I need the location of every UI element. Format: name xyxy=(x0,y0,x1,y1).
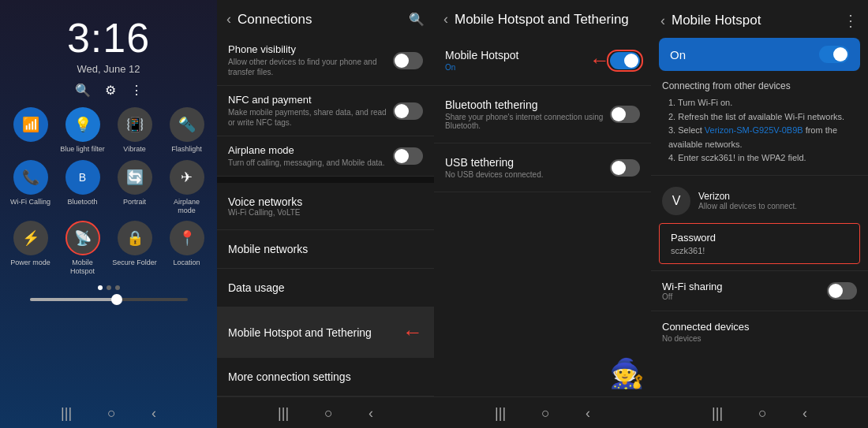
wifi-calling-icon: 📶 xyxy=(13,107,48,142)
panel-hotspot-detail: ‹ Mobile Hotspot ⋮ On Connecting from ot… xyxy=(651,0,868,428)
mobile-hotspot-status: On xyxy=(445,63,589,72)
mobile-hotspot-tethering-title: Mobile Hotspot and Tethering xyxy=(228,326,372,339)
mascot-character: 🧙 xyxy=(609,357,645,390)
quick-icon-portrait[interactable]: 🔄 Portrait xyxy=(112,160,158,215)
quick-icon-blue-light[interactable]: 💡 Blue light filter xyxy=(60,107,106,154)
data-usage-item[interactable]: Data usage xyxy=(217,269,434,307)
more-icon[interactable]: ⋮ xyxy=(130,83,143,98)
phone-visibility-title: Phone visibility xyxy=(228,43,393,55)
nav-home[interactable]: ○ xyxy=(541,405,550,422)
airplane-icon: ✈ xyxy=(170,160,204,195)
wifi-sharing-sub: Off xyxy=(662,292,827,301)
phone-visibility-sub: Allow other devices to find your phone a… xyxy=(228,57,393,77)
back-button[interactable]: ‹ xyxy=(226,11,231,28)
nav-home[interactable]: ○ xyxy=(324,405,333,422)
brightness-thumb xyxy=(111,294,122,305)
brightness-fill xyxy=(30,298,117,301)
quick-icon-flashlight[interactable]: 🔦 Flashlight xyxy=(164,107,210,154)
hotspot-instructions: Connecting from other devices 1. Turn Wi… xyxy=(651,71,868,172)
phone-visibility-toggle[interactable] xyxy=(393,52,423,69)
bluetooth-tethering-item[interactable]: Bluetooth tethering Share your phone's i… xyxy=(434,86,651,143)
wifi-sharing-item[interactable]: Wi-Fi sharing Off xyxy=(651,270,868,311)
nav-back[interactable]: ‹ xyxy=(369,405,373,422)
nfc-title: NFC and payment xyxy=(228,94,393,106)
quick-icon-bluetooth[interactable]: B Bluetooth xyxy=(60,160,106,215)
more-connection-settings-item[interactable]: More connection settings xyxy=(217,358,434,396)
airplane-mode-item[interactable]: Airplane mode Turn off calling, messagin… xyxy=(217,136,434,177)
step-4: 4. Enter sczk361! in the WPA2 field. xyxy=(668,151,857,166)
hotspot-on-label: On xyxy=(670,48,819,61)
wifi-sharing-toggle[interactable] xyxy=(827,282,857,300)
nav-recents[interactable]: ||| xyxy=(61,405,72,422)
mobile-networks-item[interactable]: Mobile networks xyxy=(217,230,434,269)
dot-active xyxy=(98,285,103,290)
airplane-toggle[interactable] xyxy=(393,147,423,165)
quick-icon-power[interactable]: ⚡ Power mode xyxy=(8,221,54,276)
nfc-payment-item[interactable]: NFC and payment Make mobile payments, sh… xyxy=(217,86,434,136)
mobile-hotspot-item[interactable]: Mobile Hotspot On ← xyxy=(434,35,651,86)
search-icon[interactable]: 🔍 xyxy=(75,83,91,98)
secure-folder-icon: 🔒 xyxy=(118,221,152,255)
brightness-slider[interactable] xyxy=(30,298,188,301)
verizon-icon: V xyxy=(662,187,690,215)
vibrate-icon: 📳 xyxy=(118,107,152,142)
password-value: sczk361! xyxy=(671,246,848,255)
mobile-hotspot-toggle[interactable] xyxy=(610,52,640,69)
quick-icons-grid: 📶 💡 Blue light filter 📳 Vibrate 🔦 Flashl… xyxy=(8,107,210,276)
step-2: 2. Refresh the list of available Wi-Fi n… xyxy=(668,110,857,125)
voice-networks-item[interactable]: Voice networks Wi-Fi Calling, VoLTE xyxy=(217,183,434,230)
connections-title: Connections xyxy=(238,12,402,28)
network-name: Verizon-SM-G925V-0B9B xyxy=(705,125,803,135)
dot-2 xyxy=(115,285,120,290)
back-button[interactable]: ‹ xyxy=(660,13,665,29)
nav-recents[interactable]: ||| xyxy=(712,405,723,422)
quick-icon-secure-folder[interactable]: 🔒 Secure Folder xyxy=(112,221,158,276)
hotspot-detail-toggle[interactable] xyxy=(819,46,849,63)
voice-networks-sub: Wi-Fi Calling, VoLTE xyxy=(228,208,423,217)
quick-icon-mobile-hotspot[interactable]: 📡 Mobile Hotspot xyxy=(60,221,106,276)
settings-icon[interactable]: ⚙ xyxy=(105,83,116,98)
bottom-nav-lockscreen: ||| ○ ‹ xyxy=(61,405,156,422)
usb-tethering-sub: No USB devices connected. xyxy=(445,170,610,179)
mobile-hotspot-tethering-item[interactable]: Mobile Hotspot and Tethering ← xyxy=(217,307,434,358)
usb-tethering-toggle[interactable] xyxy=(610,159,640,177)
quick-icon-vibrate[interactable]: 📳 Vibrate xyxy=(112,107,158,154)
red-arrow-3: ← xyxy=(589,48,610,73)
flashlight-icon: 🔦 xyxy=(170,107,204,142)
nav-home[interactable]: ○ xyxy=(107,405,116,422)
step-3: 3. Select Verizon-SM-G925V-0B9B from the… xyxy=(668,124,857,151)
quick-icon-wifi[interactable]: 📞 Wi-Fi Calling xyxy=(8,160,54,215)
back-button[interactable]: ‹ xyxy=(443,11,448,28)
hotspot-items-list: Mobile Hotspot On ← Bluetooth tethering … xyxy=(434,35,651,396)
hotspot-tethering-header: ‹ Mobile Hotspot and Tethering xyxy=(434,0,651,35)
connected-devices-sub: No devices xyxy=(662,334,857,343)
lockscreen-time: 3:16 xyxy=(67,14,150,61)
nav-back[interactable]: ‹ xyxy=(586,405,590,422)
usb-tethering-item[interactable]: USB tethering No USB devices connected. xyxy=(434,143,651,192)
nav-back[interactable]: ‹ xyxy=(152,405,156,422)
panel-connections: ‹ Connections 🔍 Phone visibility Allow o… xyxy=(217,0,434,428)
mobile-hotspot-title: Mobile Hotspot xyxy=(445,49,589,61)
verizon-block: V Verizon Allow all devices to connect. xyxy=(651,179,868,223)
quick-icon-airplane[interactable]: ✈ Airplane mode xyxy=(164,160,210,215)
more-options-icon[interactable]: ⋮ xyxy=(843,11,859,30)
nav-home[interactable]: ○ xyxy=(758,405,767,422)
bluetooth-tethering-toggle[interactable] xyxy=(610,106,640,123)
bluetooth-icon: B xyxy=(65,160,100,195)
lockscreen-date: Wed, June 12 xyxy=(77,63,140,75)
nav-recents[interactable]: ||| xyxy=(278,405,289,422)
hotspot-on-bar: On xyxy=(659,38,860,71)
hd-divider-1 xyxy=(651,175,868,176)
phone-visibility-item[interactable]: Phone visibility Allow other devices to … xyxy=(217,35,434,86)
password-label: Password xyxy=(671,232,848,244)
quick-icon-location[interactable]: 📍 Location xyxy=(164,221,210,276)
panel-hotspot-tethering: ‹ Mobile Hotspot and Tethering Mobile Ho… xyxy=(434,0,651,428)
bottom-nav-hotspot: ||| ○ ‹ xyxy=(434,396,651,428)
nav-back[interactable]: ‹ xyxy=(803,405,807,422)
bottom-nav-connections: ||| ○ ‹ xyxy=(217,396,434,428)
nfc-toggle[interactable] xyxy=(393,102,423,120)
nav-recents[interactable]: ||| xyxy=(495,405,506,422)
quick-icon-wifi-calling[interactable]: 📶 xyxy=(8,107,54,154)
search-icon[interactable]: 🔍 xyxy=(409,12,425,27)
step-1: 1. Turn Wi-Fi on. xyxy=(668,96,857,110)
